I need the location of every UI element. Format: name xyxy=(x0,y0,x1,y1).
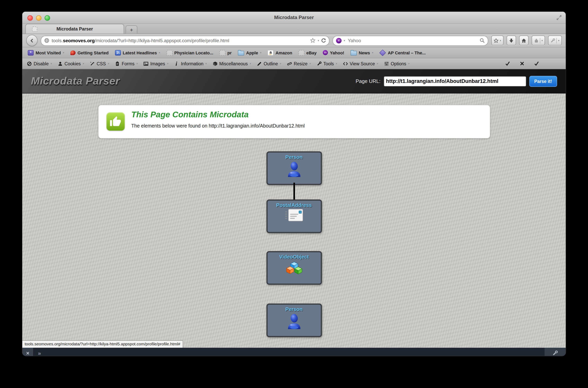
chevron-down-icon xyxy=(280,62,281,65)
page-url-label: Page URL: xyxy=(356,78,380,84)
devtool-forms[interactable]: Forms xyxy=(115,61,138,66)
devtool-options[interactable]: Options xyxy=(384,61,410,66)
devtool-images[interactable]: Images xyxy=(144,61,168,66)
window-titlebar[interactable]: Microdata Parser xyxy=(22,12,566,24)
bookmark-label: AP Central – The... xyxy=(388,50,426,55)
chevron-down-icon[interactable] xyxy=(344,39,345,42)
bookmark-yahoo[interactable]: Yahoo! xyxy=(323,50,344,55)
devtool-outline[interactable]: Outline xyxy=(257,61,281,66)
tab-microdata-parser[interactable]: Microdata Parser xyxy=(25,24,124,34)
bookmark-most-visited[interactable]: Most Visited xyxy=(28,50,64,55)
addons-button[interactable] xyxy=(532,36,545,45)
search-bar[interactable] xyxy=(333,35,489,46)
url-text[interactable]: tools.seomoves.org/microdata/?url=http:/… xyxy=(52,38,308,43)
plugin-icon xyxy=(534,38,539,43)
bookmark-apple[interactable]: Apple xyxy=(238,50,261,55)
bookmarks-menu-button[interactable] xyxy=(491,36,504,45)
bookmark-label: Physician Locato... xyxy=(174,50,213,55)
bookmark-physician-locator[interactable]: Physician Locato... xyxy=(167,50,213,55)
page-url-input[interactable] xyxy=(384,76,526,86)
node-person-1[interactable]: Person xyxy=(266,151,322,185)
devtool-view-source[interactable]: View Source xyxy=(343,61,378,66)
devtool-resize[interactable]: Resize xyxy=(287,61,311,66)
devtool-cookies[interactable]: Cookies xyxy=(58,61,84,66)
chevron-down-icon xyxy=(205,62,207,65)
cross-icon[interactable] xyxy=(519,61,525,66)
address-bar[interactable]: tools.seomoves.org/microdata/?url=http:/… xyxy=(41,35,330,46)
tab-label: Microdata Parser xyxy=(56,26,93,31)
url-path: /microdata/?url=http://kilya-html5.appsp… xyxy=(95,38,229,43)
yahoo-icon xyxy=(323,50,328,55)
no-entry-icon xyxy=(27,61,32,66)
node-video-object[interactable]: VideoObject xyxy=(266,251,322,285)
minimize-window-button[interactable] xyxy=(36,15,42,21)
parse-button[interactable]: Parse it! xyxy=(529,76,557,87)
node-person-2[interactable]: Person xyxy=(266,304,322,337)
page-title: Microdata Parser xyxy=(31,75,120,87)
bookmark-news[interactable]: News xyxy=(350,50,373,55)
node-postal-address[interactable]: PostalAddress xyxy=(266,199,322,233)
bookmark-latest-headlines[interactable]: Latest Headlines xyxy=(115,50,160,55)
result-panel: This Page Contains Microdata The element… xyxy=(98,105,490,139)
devtools-wrench-button[interactable] xyxy=(545,348,566,356)
devtool-tools[interactable]: Tools xyxy=(317,61,337,66)
check-icon[interactable] xyxy=(534,61,539,66)
result-heading: This Page Contains Microdata xyxy=(131,110,249,119)
close-panel-button[interactable] xyxy=(22,348,34,356)
yahoo-engine-icon[interactable] xyxy=(336,38,342,43)
tools-menu-button[interactable] xyxy=(548,36,562,45)
search-icon[interactable] xyxy=(480,38,485,43)
devtool-disable[interactable]: Disable xyxy=(27,61,52,66)
close-window-button[interactable] xyxy=(27,15,33,21)
chevron-down-icon xyxy=(500,39,501,42)
chevron-down-icon xyxy=(541,39,543,42)
chevron-down-icon[interactable] xyxy=(318,39,319,42)
back-button[interactable] xyxy=(26,35,38,46)
zoom-window-button[interactable] xyxy=(45,15,50,21)
bookmark-label: Yahoo! xyxy=(330,50,344,55)
divider xyxy=(557,38,557,43)
node-label: PostalAddress xyxy=(276,202,312,208)
favicon-placeholder-icon xyxy=(220,50,225,55)
folder-icon xyxy=(350,51,357,55)
link-preview-statusbar: tools.seomoves.org/microdata/?url=http:/… xyxy=(22,340,183,348)
devtool-label: Images xyxy=(150,61,165,66)
node-label: Person xyxy=(285,306,303,312)
node-connector xyxy=(293,183,295,199)
wand-icon xyxy=(90,61,95,66)
devtool-css[interactable]: CSS xyxy=(90,61,109,66)
window-title: Microdata Parser xyxy=(274,15,314,20)
bookmark-ap-central[interactable]: AP Central – The... xyxy=(379,50,426,55)
bookmark-label: News xyxy=(359,50,370,55)
search-input[interactable] xyxy=(347,37,478,44)
devtool-label: Cookies xyxy=(65,61,81,66)
devtool-label: View Source xyxy=(350,61,375,66)
chevron-down-icon xyxy=(250,62,251,65)
url-prefix: tools. xyxy=(52,38,63,43)
fullscreen-icon[interactable] xyxy=(556,15,562,20)
navigation-toolbar: tools.seomoves.org/microdata/?url=http:/… xyxy=(22,34,566,47)
chevron-down-icon xyxy=(558,39,560,42)
check-icon[interactable] xyxy=(505,61,510,66)
devtool-information[interactable]: Information xyxy=(174,61,207,66)
person-bust-icon xyxy=(286,313,302,331)
bookmark-label: pr xyxy=(227,50,232,55)
bookmark-ebay[interactable]: eBay xyxy=(298,50,317,55)
chevron-down-icon xyxy=(309,62,311,65)
reload-icon[interactable] xyxy=(321,38,326,43)
bookmark-label: eBay xyxy=(306,50,317,55)
chevron-down-icon xyxy=(159,51,160,54)
bookmark-star-icon[interactable] xyxy=(310,38,315,43)
overflow-chevron-icon[interactable] xyxy=(38,350,41,356)
home-button[interactable] xyxy=(519,36,529,45)
downloads-button[interactable] xyxy=(507,36,516,45)
bookmark-label: Latest Headlines xyxy=(123,50,157,55)
devtool-miscellaneous[interactable]: Miscellaneous xyxy=(213,61,251,66)
new-tab-button[interactable] xyxy=(125,25,137,34)
bookmark-getting-started[interactable]: Getting Started xyxy=(71,50,109,55)
favicon-placeholder-icon xyxy=(167,50,172,55)
diamond-icon xyxy=(379,49,386,56)
sliders-icon xyxy=(384,61,389,66)
bookmark-amazon[interactable]: Amazon xyxy=(268,50,292,55)
bookmark-pr[interactable]: pr xyxy=(220,50,232,55)
